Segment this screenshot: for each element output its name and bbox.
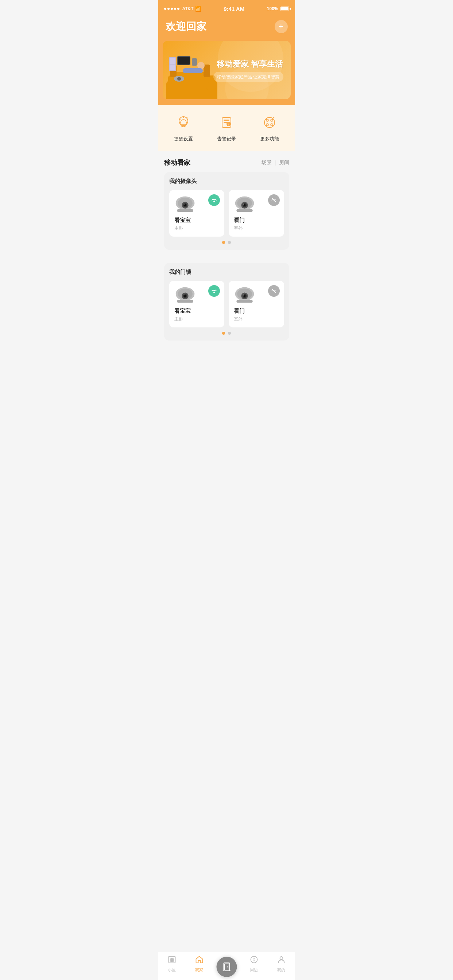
- svg-rect-10: [192, 58, 197, 65]
- camera-image-0: [174, 195, 196, 213]
- camera-location-1: 室外: [234, 225, 279, 232]
- lock-container-title: 我的门锁: [169, 269, 284, 275]
- signal-dots: [164, 8, 179, 10]
- lock-card-1[interactable]: 看门 室外: [229, 281, 284, 328]
- camera-card-0[interactable]: 看宝宝 主卧: [169, 190, 225, 237]
- camera-cards-row: 看宝宝 主卧: [169, 190, 284, 237]
- camera-card-1[interactable]: 看门 室外: [229, 190, 284, 237]
- svg-point-58: [243, 294, 244, 296]
- lock-dot-inactive-1: [228, 332, 231, 335]
- lock-dot-active-0: [222, 332, 225, 335]
- lock-badge-0: [208, 285, 220, 297]
- alert-icon: !: [216, 112, 237, 133]
- svg-point-42: [243, 204, 244, 205]
- quick-item-more[interactable]: ✦ 更多功能: [259, 112, 280, 142]
- lock-location-1: 室外: [234, 316, 279, 322]
- svg-point-27: [271, 124, 273, 126]
- svg-rect-35: [177, 209, 193, 212]
- dot-active-0: [222, 241, 225, 244]
- status-left: AT&T 📶: [164, 6, 201, 12]
- svg-text:✦: ✦: [273, 116, 274, 119]
- banner-container: 移动爱家 智享生活 移动智能家庭产品 让家充满智慧: [158, 41, 295, 105]
- svg-line-44: [272, 198, 276, 202]
- camera-cards-container: 我的摄像头: [164, 172, 289, 250]
- svg-point-26: [266, 124, 268, 126]
- svg-rect-6: [170, 58, 175, 64]
- header: 欢迎回家 +: [158, 16, 295, 41]
- svg-rect-59: [236, 300, 252, 302]
- svg-point-24: [266, 119, 268, 121]
- lock-section: 我的门锁: [158, 256, 295, 340]
- status-bar: AT&T 📶 9:41 AM 100%: [158, 0, 295, 16]
- lock-name-0: 看宝宝: [174, 308, 220, 315]
- alert-label: 告警记录: [217, 135, 236, 142]
- lock-image-1: [234, 286, 256, 304]
- svg-text:✦: ✦: [186, 116, 188, 119]
- battery-label: 100%: [267, 6, 278, 11]
- camera-filter: 场景 | 房间: [262, 159, 289, 166]
- reminder-label: 提醒设置: [174, 135, 193, 142]
- camera-location-0: 主卧: [174, 225, 220, 232]
- svg-point-25: [271, 119, 273, 121]
- svg-line-60: [272, 289, 276, 293]
- carrier-label: AT&T: [182, 6, 194, 11]
- lock-cards-row: 看宝宝 主卧: [169, 281, 284, 328]
- illustration-svg: [168, 56, 212, 84]
- lock-name-1: 看门: [234, 308, 279, 315]
- banner-sub-box: 移动智能家庭产品 让家充满智慧: [214, 72, 283, 82]
- camera-badge-0: [208, 194, 220, 206]
- page-title: 欢迎回家: [166, 20, 206, 33]
- camera-badge-1: [268, 194, 280, 206]
- banner-main-text: 移动爱家 智享生活: [214, 59, 283, 70]
- lock-badge-1: [268, 285, 280, 297]
- lock-cards-container: 我的门锁: [164, 263, 289, 340]
- camera-name-0: 看宝宝: [174, 217, 220, 224]
- svg-rect-43: [236, 209, 252, 212]
- svg-point-12: [177, 77, 181, 81]
- filter-room[interactable]: 房间: [279, 159, 289, 166]
- reminder-icon: ✦ ✦: [173, 112, 194, 133]
- quick-item-alert[interactable]: ! 告警记录: [216, 112, 237, 142]
- time-display: 9:41 AM: [223, 6, 244, 12]
- camera-section-title: 移动看家: [164, 158, 190, 167]
- svg-rect-19: [223, 119, 230, 121]
- camera-pagination: [169, 241, 284, 244]
- svg-text:!: !: [228, 123, 229, 126]
- camera-name-1: 看门: [234, 217, 279, 224]
- more-label: 更多功能: [260, 135, 279, 142]
- camera-section: 移动看家 场景 | 房间 我的摄像头: [158, 151, 295, 250]
- svg-text:✦: ✦: [179, 118, 181, 121]
- add-button[interactable]: +: [274, 20, 288, 33]
- banner[interactable]: 移动爱家 智享生活 移动智能家庭产品 让家充满智慧: [163, 41, 291, 99]
- svg-rect-4: [183, 68, 203, 73]
- lock-pagination: [169, 332, 284, 335]
- svg-point-36: [214, 201, 215, 202]
- svg-point-23: [265, 118, 274, 127]
- svg-rect-9: [178, 57, 190, 65]
- battery-icon: [281, 6, 289, 11]
- banner-sub-text: 移动智能家庭产品 让家充满智慧: [217, 75, 279, 80]
- lock-image-0: [174, 286, 196, 304]
- svg-point-34: [183, 204, 185, 205]
- status-right: 100%: [267, 6, 289, 11]
- wifi-icon: 📶: [195, 6, 201, 12]
- dot-inactive-1: [228, 241, 231, 244]
- svg-point-50: [183, 294, 185, 296]
- quick-item-reminder[interactable]: ✦ ✦ 提醒设置: [173, 112, 194, 142]
- svg-point-52: [214, 292, 215, 293]
- svg-rect-51: [177, 300, 193, 302]
- banner-text: 移动爱家 智享生活 移动智能家庭产品 让家充满智慧: [214, 59, 283, 82]
- more-icon: ✦: [259, 112, 280, 133]
- camera-container-title: 我的摄像头: [169, 178, 284, 185]
- svg-point-14: [183, 117, 184, 118]
- svg-rect-7: [170, 65, 175, 70]
- lock-location-0: 主卧: [174, 316, 220, 322]
- quick-menu: ✦ ✦ 提醒设置 ! 告警记录: [158, 105, 295, 151]
- camera-image-1: [234, 195, 256, 213]
- lock-card-0[interactable]: 看宝宝 主卧: [169, 281, 225, 328]
- filter-scene[interactable]: 场景: [262, 159, 272, 166]
- camera-section-header: 移动看家 场景 | 房间: [164, 158, 289, 167]
